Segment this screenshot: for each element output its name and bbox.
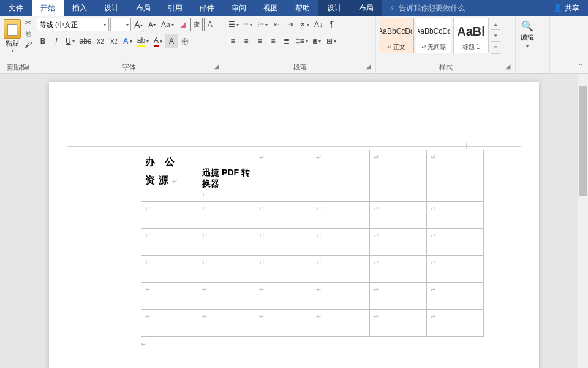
borders-button[interactable]: ⊞▾ <box>325 34 338 48</box>
change-case-button[interactable]: Aa▾ <box>159 18 176 31</box>
tab-review[interactable]: 审阅 <box>223 0 255 16</box>
strikethrough-button[interactable]: abc <box>78 34 93 48</box>
dialog-launcher-icon[interactable]: ◢ <box>213 63 220 70</box>
table-cell[interactable]: ↵ <box>312 202 369 229</box>
text-effects-button[interactable]: A▾ <box>121 34 134 48</box>
numbering-button[interactable]: ≡▾ <box>242 18 254 31</box>
table-cell[interactable]: ↵ <box>141 310 198 337</box>
table-cell[interactable]: ↵ <box>426 150 483 202</box>
table-cell[interactable]: ↵ <box>141 229 198 256</box>
tab-layout[interactable]: 布局 <box>127 0 159 16</box>
table-cell[interactable]: ↵ <box>426 283 483 310</box>
table-cell[interactable]: ↵ <box>369 229 426 256</box>
table-cell[interactable]: ↵ <box>426 310 483 337</box>
table-cell[interactable]: ↵ <box>141 283 198 310</box>
table-cell[interactable]: ↵ <box>369 202 426 229</box>
format-painter-button[interactable]: 🖌 <box>23 40 33 50</box>
table-cell[interactable]: ↵ <box>198 256 255 283</box>
table-cell[interactable]: ↵ <box>369 256 426 283</box>
styles-scroll-up[interactable]: ▴ <box>491 18 500 30</box>
table-cell[interactable]: ↵ <box>198 310 255 337</box>
table-cell[interactable]: ↵ <box>312 283 369 310</box>
table-cell[interactable]: ↵ <box>255 310 312 337</box>
bullets-button[interactable]: ☰▾ <box>227 18 241 31</box>
table-cell[interactable]: ↵ <box>369 283 426 310</box>
tab-file[interactable]: 文件 <box>0 0 32 16</box>
table-cell[interactable]: ↵ <box>426 256 483 283</box>
tab-help[interactable]: 帮助 <box>287 0 318 16</box>
tab-home[interactable]: 开始 <box>32 0 64 16</box>
collapse-ribbon-button[interactable]: ˆ <box>552 62 586 73</box>
table-cell[interactable]: ↵ <box>255 150 312 202</box>
table-cell[interactable]: ↵ <box>369 150 426 202</box>
dialog-launcher-icon[interactable]: ◢ <box>364 63 372 70</box>
align-left-button[interactable]: ≡ <box>227 34 239 48</box>
superscript-button[interactable]: x2 <box>108 34 120 48</box>
multilevel-list-button[interactable]: ⁝≡▾ <box>255 18 270 31</box>
shrink-font-button[interactable]: A▾ <box>146 18 158 31</box>
style-heading-1[interactable]: AaBl 标题 1 <box>453 18 489 53</box>
dialog-launcher-icon[interactable]: ◢ <box>504 63 511 70</box>
tab-mailings[interactable]: 邮件 <box>191 0 223 16</box>
style-no-spacing[interactable]: AaBbCcDd ↵ 无间隔 <box>416 18 451 53</box>
styles-scroll-down[interactable]: ▾ <box>491 30 500 42</box>
share-button[interactable]: 👤 共享 <box>545 0 588 16</box>
sort-button[interactable]: A↓ <box>312 18 325 31</box>
align-right-button[interactable]: ≡ <box>254 34 266 48</box>
table-cell[interactable]: ↵ <box>255 229 312 256</box>
table-cell[interactable]: ↵ <box>255 202 312 229</box>
font-name-dropdown[interactable]: 等线 (中文正 ▾ <box>37 18 109 31</box>
table-cell[interactable]: ↵ <box>369 310 426 337</box>
document-table[interactable]: 办 公 资源↵ 迅捷 PDF 转换器↵ ↵ ↵ ↵ ↵ ↵ ↵ ↵ ↵ ↵ ↵ … <box>141 150 484 337</box>
tab-table-design[interactable]: 设计 <box>318 0 350 16</box>
tell-me-search[interactable]: ♀ 告诉我你想要做什么 <box>382 0 545 16</box>
line-spacing-button[interactable]: ‡≡▾ <box>294 34 310 48</box>
vertical-scrollbar[interactable] <box>578 74 588 368</box>
table-cell[interactable]: ↵ <box>312 229 369 256</box>
table-cell[interactable]: ↵ <box>141 202 198 229</box>
tab-insert[interactable]: 插入 <box>64 0 96 16</box>
align-center-button[interactable]: ≡ <box>240 34 252 48</box>
enclose-characters-button[interactable]: ㊥ <box>179 34 191 48</box>
styles-expand[interactable]: ≡ <box>491 42 500 53</box>
cut-button[interactable]: ✂ <box>23 18 33 28</box>
find-button[interactable]: 🔍 编辑 ▾ <box>518 18 537 52</box>
decrease-indent-button[interactable]: ⇤ <box>271 18 283 31</box>
tab-design[interactable]: 设计 <box>96 0 127 16</box>
table-cell[interactable]: ↵ <box>312 310 369 337</box>
underline-button[interactable]: U▾ <box>64 34 77 48</box>
tab-view[interactable]: 视图 <box>255 0 287 16</box>
table-cell[interactable]: 办 公 资源↵ <box>141 150 198 202</box>
increase-indent-button[interactable]: ⇥ <box>284 18 296 31</box>
table-cell[interactable]: ↵ <box>312 150 369 202</box>
table-cell[interactable]: ↵ <box>426 229 483 256</box>
bold-button[interactable]: B <box>37 34 49 48</box>
character-border-button[interactable]: A <box>204 18 216 31</box>
justify-button[interactable]: ≡ <box>267 34 279 48</box>
paste-button[interactable]: 粘贴 ▾ <box>2 18 22 55</box>
table-cell[interactable]: ↵ <box>198 229 255 256</box>
tab-references[interactable]: 引用 <box>159 0 191 16</box>
asian-layout-button[interactable]: ✕▾ <box>298 18 311 31</box>
dialog-launcher-icon[interactable]: ◢ <box>23 63 30 70</box>
grow-font-button[interactable]: A▴ <box>132 18 145 31</box>
table-cell[interactable]: ↵ <box>255 256 312 283</box>
scrollbar-thumb[interactable] <box>579 86 587 196</box>
phonetic-guide-button[interactable]: 变 <box>190 18 203 31</box>
table-cell[interactable]: ↵ <box>255 283 312 310</box>
subscript-button[interactable]: x2 <box>94 34 107 48</box>
paragraph-after-table[interactable]: ↵ <box>141 337 508 348</box>
clear-formatting-button[interactable]: ◢ <box>177 18 189 31</box>
font-color-button[interactable]: A▾ <box>152 34 164 48</box>
tab-table-layout[interactable]: 布局 <box>350 0 382 16</box>
copy-button[interactable]: ⎘ <box>23 29 33 39</box>
table-cell[interactable]: ↵ <box>198 283 255 310</box>
font-size-dropdown[interactable]: ▾ <box>110 18 131 31</box>
distributed-button[interactable]: ≣ <box>281 34 293 48</box>
table-cell[interactable]: ↵ <box>198 202 255 229</box>
show-paragraph-marks-button[interactable]: ¶ <box>326 18 338 31</box>
table-cell[interactable]: ↵ <box>426 202 483 229</box>
table-cell[interactable]: ↵ <box>141 256 198 283</box>
shading-button[interactable]: ◙▾ <box>311 34 323 48</box>
highlight-button[interactable]: ab▾ <box>135 34 151 48</box>
